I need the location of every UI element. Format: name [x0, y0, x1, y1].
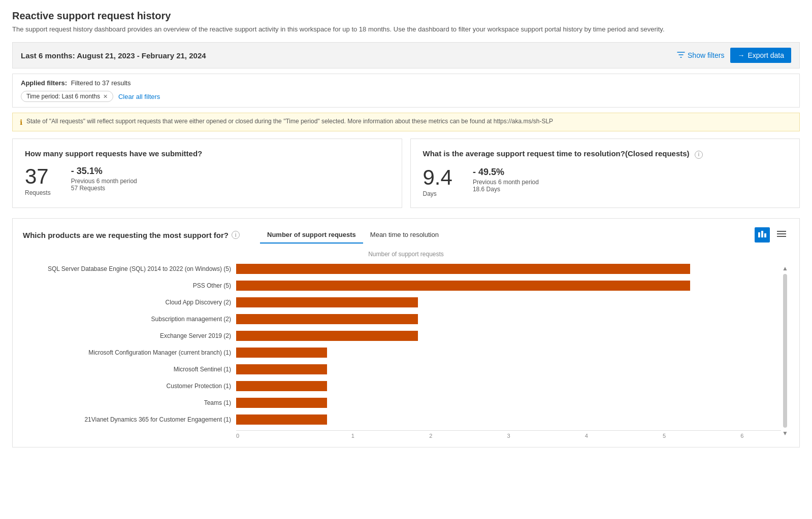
bar-track [236, 281, 781, 291]
bar-fill [236, 398, 327, 408]
svg-rect-4 [777, 233, 786, 234]
scrollbar[interactable]: ▲ ▼ [781, 263, 789, 439]
date-range-title: Last 6 months: August 21, 2023 - Februar… [21, 51, 677, 60]
kpi-resolution-main: 9.4 Days [423, 167, 452, 197]
x-tick: 4 [547, 433, 625, 439]
kpi-resolution-compare: - 49.5% Previous 6 month period 18.6 Day… [473, 167, 539, 193]
resolution-info-icon[interactable]: i [695, 151, 703, 159]
bar-row: Exchange Server 2019 (2) [28, 330, 781, 342]
bar-label: Exchange Server 2019 (2) [28, 332, 236, 339]
bar-fill [236, 364, 327, 374]
svg-rect-2 [764, 233, 766, 237]
kpi-requests-value: 37 [25, 166, 51, 187]
scroll-down-arrow[interactable]: ▼ [782, 430, 788, 437]
bar-track [236, 364, 781, 374]
header-actions: Show filters → Export data [677, 48, 791, 63]
kpi-requests-pct: - 35.1% [71, 166, 137, 177]
bar-label: Customer Protection (1) [28, 383, 236, 390]
bar-label: Teams (1) [28, 399, 236, 406]
chart-header: Which products are we requesting the mos… [23, 227, 789, 244]
chart-section: Which products are we requesting the mos… [12, 218, 800, 447]
bar-chart-icon-button[interactable] [755, 227, 770, 243]
svg-rect-5 [777, 236, 786, 237]
chart-x-axis: 0123456 [236, 430, 781, 439]
info-banner-text: State of "All requests" will reflect sup… [26, 118, 553, 125]
bar-row: Subscription management (2) [28, 313, 781, 325]
bar-track [236, 398, 781, 408]
filter-tag-time-period: Time period: Last 6 months ✕ [21, 91, 113, 102]
filter-tags-row: Time period: Last 6 months ✕ Clear all f… [21, 91, 791, 102]
bar-row: 21Vianet Dynamics 365 for Customer Engag… [28, 413, 781, 426]
kpi-card-requests: How many support requests have we submit… [12, 139, 402, 208]
kpi-card-resolution: What is the average support request time… [410, 139, 800, 208]
bar-track [236, 348, 781, 358]
header-bar: Last 6 months: August 21, 2023 - Februar… [12, 42, 800, 68]
kpi-card-requests-title: How many support requests have we submit… [25, 149, 389, 158]
scroll-thumb[interactable] [783, 274, 787, 428]
x-tick: 1 [314, 433, 392, 439]
tab-mean-time[interactable]: Mean time to resolution [363, 227, 446, 244]
bar-label: 21Vianet Dynamics 365 for Customer Engag… [28, 416, 236, 423]
bar-row: SQL Server Database Engine (SQL) 2014 to… [28, 263, 781, 275]
bar-row: Teams (1) [28, 397, 781, 409]
info-icon: ℹ [20, 118, 22, 126]
kpi-row: How many support requests have we submit… [12, 139, 800, 208]
kpi-requests-compare: - 35.1% Previous 6 month period 57 Reque… [71, 166, 137, 192]
bar-fill [236, 414, 327, 425]
bar-fill [236, 281, 690, 291]
kpi-resolution-value: 9.4 [423, 167, 452, 188]
filter-bar: Applied filters: Filtered to 37 results … [12, 74, 800, 108]
kpi-resolution-sub: 18.6 Days [473, 186, 539, 193]
svg-rect-3 [777, 231, 786, 232]
kpi-card-resolution-title: What is the average support request time… [423, 149, 788, 159]
show-filters-button[interactable]: Show filters [677, 51, 724, 60]
kpi-resolution-period: Previous 6 month period [473, 179, 539, 186]
bar-row: Microsoft Sentinel (1) [28, 363, 781, 375]
bar-chart: SQL Server Database Engine (SQL) 2014 to… [23, 263, 781, 439]
bar-label: Microsoft Sentinel (1) [28, 366, 236, 373]
page-container: Reactive support request history The sup… [0, 0, 812, 519]
export-button[interactable]: → Export data [730, 48, 791, 63]
bar-track [236, 264, 781, 274]
bar-label: Microsoft Configuration Manager (current… [28, 349, 236, 356]
bar-fill [236, 264, 690, 274]
scroll-up-arrow[interactable]: ▲ [782, 265, 788, 272]
bar-track [236, 381, 781, 391]
bar-row: Customer Protection (1) [28, 380, 781, 392]
x-tick: 5 [625, 433, 703, 439]
x-tick: 6 [703, 433, 781, 439]
kpi-requests-label: Requests [25, 189, 51, 196]
kpi-resolution-pct: - 49.5% [473, 167, 539, 178]
bar-track [236, 331, 781, 341]
x-tick: 2 [392, 433, 470, 439]
chart-tabs: Number of support requests Mean time to … [260, 227, 446, 244]
clear-all-filters-button[interactable]: Clear all filters [118, 93, 160, 100]
bar-track [236, 297, 781, 307]
kpi-requests-main: 37 Requests [25, 166, 51, 196]
chart-area: SQL Server Database Engine (SQL) 2014 to… [23, 263, 789, 439]
kpi-card-resolution-inner: 9.4 Days - 49.5% Previous 6 month period… [423, 167, 788, 197]
chart-title-label: Number of support requests [23, 251, 789, 258]
tab-number-of-requests[interactable]: Number of support requests [260, 227, 363, 244]
bar-fill [236, 381, 327, 391]
bar-track [236, 314, 781, 324]
bar-label: Subscription management (2) [28, 316, 236, 323]
bar-row: Microsoft Configuration Manager (current… [28, 347, 781, 359]
x-tick: 3 [470, 433, 547, 439]
bar-fill [236, 331, 418, 341]
filter-icon [677, 51, 685, 60]
bar-fill [236, 297, 418, 307]
info-banner: ℹ State of "All requests" will reflect s… [12, 113, 800, 131]
bar-row: Cloud App Discovery (2) [28, 296, 781, 308]
applied-filters-label: Applied filters: Filtered to 37 results [21, 79, 791, 87]
bar-fill [236, 314, 418, 324]
filter-tag-remove[interactable]: ✕ [103, 93, 108, 100]
menu-icon-button[interactable] [774, 227, 789, 243]
svg-rect-0 [758, 232, 760, 237]
bar-row: PSS Other (5) [28, 280, 781, 292]
export-icon: → [737, 51, 744, 59]
chart-info-icon[interactable]: i [232, 231, 240, 239]
filter-tag-label: Time period: Last 6 months [26, 93, 100, 100]
svg-rect-1 [761, 231, 763, 237]
chart-header-icons [755, 227, 789, 243]
